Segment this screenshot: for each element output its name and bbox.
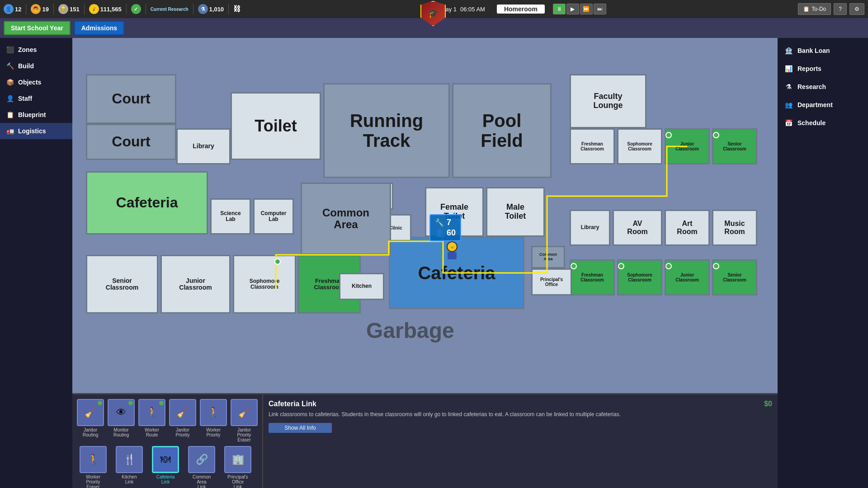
sidebar-item-blueprint[interactable]: 📋 Blueprint xyxy=(0,107,72,123)
sidebar-item-build[interactable]: 🔨 Build xyxy=(0,58,72,74)
pause-btn[interactable]: ⏸ xyxy=(553,4,566,14)
person-icon: 👤 xyxy=(435,229,444,237)
logistics-icon: 🚛 xyxy=(5,127,14,136)
worker-priority-icon: 🚶 xyxy=(200,399,227,426)
show-all-info-button[interactable]: Show All Info xyxy=(269,423,332,433)
room-senior-class-left[interactable]: Senior Classroom xyxy=(86,255,158,314)
room-label-running-track: Running Track xyxy=(350,111,423,150)
kitchen-link-icon: 🍴 xyxy=(116,446,143,473)
sidebar-item-objects[interactable]: 📦 Objects xyxy=(0,74,72,90)
room-label-common-area-right: Common Area xyxy=(539,253,557,262)
room-junior-class-left[interactable]: Junior Classroom xyxy=(160,255,231,314)
room-court2[interactable]: Court xyxy=(86,124,176,160)
room-av-room[interactable]: AV Room xyxy=(613,210,662,246)
janitor-priority-eraser-label: JanitorPriorityEraser xyxy=(237,427,251,442)
room-music-room[interactable]: Music Room xyxy=(712,210,757,246)
sidebar-item-logistics[interactable]: 🚛 Logistics xyxy=(0,123,72,139)
room-sophomore-class-left[interactable]: Sophomore Classroom xyxy=(233,255,296,314)
room-running-track[interactable]: Running Track xyxy=(323,83,450,178)
sidebar-item-reports[interactable]: 📊 Reports xyxy=(778,60,868,78)
room-freshman-right-top[interactable]: Freshman Classroom xyxy=(570,128,615,164)
logistic-kitchen-link[interactable]: 🍴 KitchenLink xyxy=(113,446,146,488)
todo-icon: 📋 xyxy=(803,6,810,12)
bank-loan-icon: 🏦 xyxy=(783,45,794,56)
logistic-janitor-routing[interactable]: 🧹 JanitorRouting xyxy=(77,399,104,442)
room-dot-senior-right-top xyxy=(713,132,719,138)
sidebar-item-schedule[interactable]: 📅 Schedule xyxy=(778,114,868,132)
sidebar-item-research[interactable]: ⚗ Research xyxy=(778,78,868,96)
popup-val1: 7 xyxy=(447,218,451,227)
room-principal-office[interactable]: Principal's Office xyxy=(531,268,572,296)
sidebar-item-bank-loan[interactable]: 🏦 Bank Loan xyxy=(778,42,868,60)
room-dot-junior-right-top xyxy=(665,132,672,138)
fast-forward-btn[interactable]: ⏩ xyxy=(580,4,593,14)
room-court1[interactable]: Court xyxy=(86,74,176,124)
staff-stat: 👷 151 xyxy=(58,4,80,14)
room-pool-field[interactable]: Pool Field xyxy=(452,83,552,178)
start-school-year-button[interactable]: Start School Year xyxy=(4,21,71,35)
zones-label: Zones xyxy=(18,46,37,53)
admissions-button[interactable]: Admissions xyxy=(74,21,124,35)
common-area-link-label: CommonAreaLink xyxy=(193,474,211,488)
build-icon: 🔨 xyxy=(5,61,14,70)
blueprint-icon: 📋 xyxy=(5,110,14,119)
room-label-pool-field: Pool Field xyxy=(481,111,523,150)
room-label-computer-lab: Computer Lab xyxy=(261,211,287,222)
room-male-toilet[interactable]: Male Toilet xyxy=(486,187,545,237)
logistic-janitor-priority-eraser[interactable]: 🧹 JanitorPriorityEraser xyxy=(231,399,258,442)
logistic-worker-priority-eraser[interactable]: 🚶 WorkerPriorityEraser xyxy=(77,446,109,488)
room-dot-sophomore-right-bot xyxy=(618,263,624,269)
room-label-male-toilet: Male Toilet xyxy=(505,203,526,221)
research-stat: Current Research xyxy=(151,7,189,12)
research-label: Current Research xyxy=(151,7,189,12)
room-lib-right[interactable]: Library xyxy=(570,210,610,246)
logistic-common-area-link[interactable]: 🔗 CommonAreaLink xyxy=(185,446,218,488)
sidebar-item-zones[interactable]: ⬛ Zones xyxy=(0,42,72,58)
room-library-left[interactable]: Library xyxy=(176,128,231,164)
link-stat: ⛓ xyxy=(233,5,241,13)
money-icon: 💰 xyxy=(89,4,99,14)
room-kitchen[interactable]: Kitchen xyxy=(339,273,384,300)
janitor-priority-icon: 🧹 xyxy=(169,399,196,426)
room-label-av-room: AV Room xyxy=(627,220,647,235)
reports-icon: 📊 xyxy=(783,63,794,74)
help-btn[interactable]: ? xyxy=(834,3,847,15)
worker-character: 😐 xyxy=(443,241,461,264)
todo-btn[interactable]: 📋 To-Do xyxy=(798,3,831,15)
room-common-area[interactable]: Common Area xyxy=(301,183,391,255)
kitchen-link-label: KitchenLink xyxy=(122,474,137,484)
room-sophomore-right-top[interactable]: Sophomore Classroom xyxy=(617,128,662,164)
janitor-routing-dot xyxy=(98,401,102,405)
link-icon: ⛓ xyxy=(233,5,241,13)
sidebar-item-department[interactable]: 👥 Department xyxy=(778,96,868,114)
logistic-cafeteria-link[interactable]: 🍽 CafeteriaLink xyxy=(149,446,182,488)
logistic-worker-route[interactable]: 🚶 WorkerRoute xyxy=(138,399,165,442)
staff-icon: 👷 xyxy=(58,4,68,14)
logistic-janitor-priority[interactable]: 🧹 JanitorPriority xyxy=(169,399,196,442)
room-label-common-area: Common Area xyxy=(322,207,369,231)
logistic-worker-priority[interactable]: 🚶 WorkerPriority xyxy=(200,399,227,442)
faster-btn[interactable]: ⏭ xyxy=(594,4,606,14)
sidebar-item-staff[interactable]: 👤 Staff xyxy=(0,90,72,107)
play-btn[interactable]: ▶ xyxy=(566,4,579,14)
logistic-monitor-routing[interactable]: 👁 MonitorRouting xyxy=(108,399,135,442)
room-art-room[interactable]: Art Room xyxy=(665,210,710,246)
room-dot-freshman-left xyxy=(274,258,281,265)
room-computer-lab[interactable]: Computer Lab xyxy=(253,198,294,235)
room-label-junior-class-left: Junior Classroom xyxy=(179,277,212,291)
janitor-priority-label: JanitorPriority xyxy=(175,427,189,437)
room-toilet-top[interactable]: Toilet xyxy=(231,92,321,160)
room-science-lab[interactable]: Science Lab xyxy=(210,198,251,235)
teacher-icon: 👨 xyxy=(31,4,41,14)
logistic-principal-office-link[interactable]: 🏢 Principal'sOfficeLink xyxy=(222,446,254,488)
room-label-art-room: Art Room xyxy=(677,220,697,235)
room-label-sophomore-right-top: Sophomore Classroom xyxy=(627,141,652,151)
teachers-count: 19 xyxy=(42,6,48,13)
cafeteria-link-label: CafeteriaLink xyxy=(156,474,175,484)
settings-btn[interactable]: ⚙ xyxy=(849,3,864,15)
room-label-freshman-right-bot: Freshman Classroom xyxy=(580,272,604,282)
room-faculty-lounge[interactable]: Faculty Lounge xyxy=(570,74,646,128)
room-label-senior-right-bot: Senior Classroom xyxy=(723,272,746,282)
room-cafeteria-left[interactable]: Cafeteria xyxy=(86,171,208,235)
room-common-area-right[interactable]: Common Area xyxy=(531,246,565,268)
